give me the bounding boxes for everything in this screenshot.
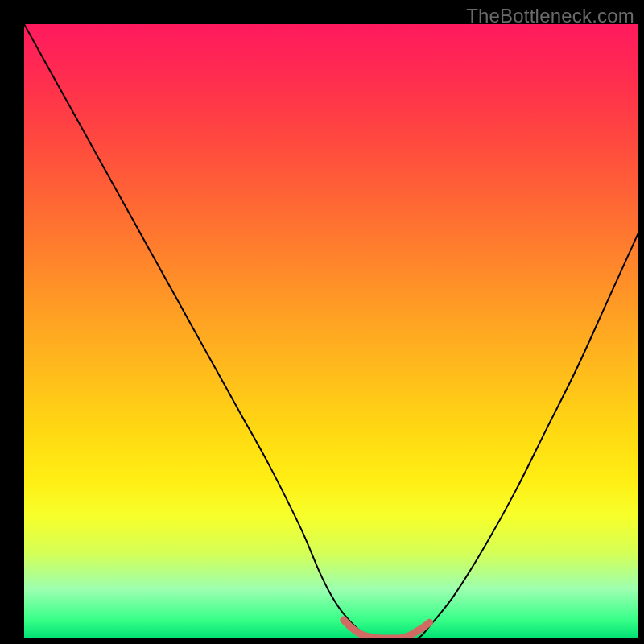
chart-frame <box>24 24 638 638</box>
plot-gradient-background <box>24 24 638 638</box>
watermark-text: TheBottleneck.com <box>466 5 634 27</box>
